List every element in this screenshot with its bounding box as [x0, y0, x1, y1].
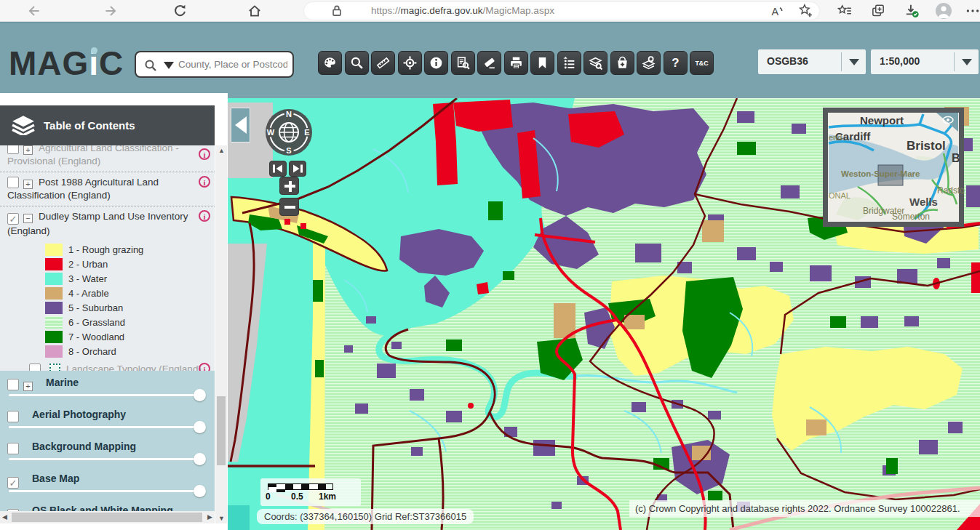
next-extent-button[interactable] [289, 161, 306, 177]
scroll-left-icon[interactable]: ◀ [2, 513, 7, 521]
toc-collapse-tab[interactable] [231, 108, 250, 142]
map-style-palette-button[interactable] [318, 51, 342, 75]
zoom-in-button[interactable] [279, 177, 299, 195]
group-checkbox[interactable] [7, 443, 19, 454]
layer-item-dudley-stamp[interactable]: ✓−Dudley Stamp Land Use Inventory (Engla… [0, 206, 215, 241]
legend-swatch [45, 287, 63, 300]
legend-swatch [45, 258, 63, 270]
svg-text:T&C: T&C [695, 60, 709, 67]
locate-target-button[interactable] [398, 51, 422, 75]
map-canvas[interactable]: N E S W [228, 93, 980, 530]
identify-info-button[interactable] [424, 51, 448, 75]
url-text[interactable]: https://magic.defra.gov.uk/MagicMap.aspx [371, 5, 554, 16]
group-checkbox[interactable] [7, 379, 19, 390]
transparency-slider[interactable] [9, 458, 204, 460]
info-icon[interactable]: i [199, 148, 210, 160]
info-icon[interactable]: i [199, 210, 210, 222]
legend-swatch [45, 345, 63, 358]
toc-horizontal-scrollbar[interactable]: ◀ ▶ [0, 511, 215, 523]
layer-transparency-button[interactable] [637, 51, 661, 75]
group-aerial-photography[interactable]: Aerial Photography [0, 407, 215, 439]
browser-menu-icon[interactable] [965, 3, 980, 19]
search-type-dropdown-icon[interactable] [164, 62, 174, 69]
scale-bar: 0 0.5 1km [260, 478, 361, 506]
overview-map[interactable]: Newport Cardiff Bristol B Weston-Super-M… [823, 108, 964, 227]
slider-handle[interactable] [194, 453, 206, 465]
collections-icon[interactable] [870, 3, 886, 19]
chevron-down-icon [962, 59, 972, 65]
overview-label: Radsto [937, 185, 965, 196]
previous-extent-button[interactable] [269, 161, 287, 177]
help-button[interactable]: ? [664, 51, 688, 75]
group-checkbox[interactable] [7, 411, 19, 422]
transparency-slider[interactable] [9, 490, 204, 492]
svg-text:A: A [771, 6, 778, 17]
legend-item: 3 - Water [45, 272, 215, 286]
overview-label: Bristol [907, 139, 946, 153]
projection-dropdown[interactable]: OSGB36 [758, 49, 866, 74]
search-input[interactable] [178, 55, 287, 73]
refresh-icon[interactable] [172, 3, 188, 19]
group-marine[interactable]: +Marine [0, 375, 215, 407]
home-icon[interactable] [247, 3, 263, 19]
group-os-black-white-mapping[interactable]: ✓OS Black and White Mapping [0, 503, 215, 511]
terms-button[interactable]: T&C [690, 51, 714, 75]
legend-item: 5 - Suburban [45, 301, 215, 316]
bookmark-button[interactable] [530, 51, 554, 75]
profile-avatar[interactable] [936, 3, 952, 19]
toc-vertical-scrollbar[interactable]: ▲ ▼ [215, 145, 227, 523]
query-report-button[interactable] [451, 51, 475, 75]
measure-ruler-button[interactable] [371, 51, 395, 75]
scrollbar-thumb[interactable] [217, 396, 226, 465]
scroll-up-icon[interactable]: ▲ [218, 147, 225, 154]
scroll-right-icon[interactable]: ▶ [207, 513, 212, 521]
expander-icon[interactable]: − [23, 214, 33, 223]
zoom-out-button[interactable] [279, 198, 299, 216]
eraser-button[interactable] [477, 51, 501, 75]
layer-item-landscape-typology[interactable]: Landscape Typology (England) i [0, 361, 215, 371]
scale-value: 1:50,000 [880, 55, 920, 67]
group-base-map[interactable]: ✓Base Map [0, 471, 215, 503]
scroll-down-icon[interactable]: ▼ [218, 515, 225, 522]
back-icon[interactable] [26, 3, 42, 19]
group-background-mapping[interactable]: Background Mapping [0, 439, 215, 471]
basket-add-button[interactable] [610, 51, 634, 75]
compass-north: N [286, 110, 292, 119]
read-aloud-icon[interactable]: A [768, 3, 784, 19]
layer-checkbox[interactable]: ✓ [7, 213, 19, 225]
legend-list-button[interactable] [557, 51, 581, 75]
slider-handle[interactable] [194, 485, 206, 497]
layer-search-button[interactable] [583, 51, 607, 75]
magic-logo: MAGiC [9, 44, 124, 83]
transparency-slider[interactable] [9, 394, 204, 396]
add-favorite-icon[interactable] [797, 3, 813, 19]
zoom-search-button[interactable] [345, 51, 369, 75]
info-icon[interactable]: i [199, 363, 210, 371]
compass-control[interactable]: N E S W [264, 108, 314, 157]
layer-item-alc-provisional[interactable]: +Agricultural Land Classification - Prov… [0, 145, 215, 172]
favorites-bar-icon[interactable] [837, 3, 853, 19]
typology-grid-icon [49, 364, 60, 371]
info-icon[interactable]: i [199, 176, 210, 188]
overview-label: ONAL [829, 191, 850, 200]
expander-icon[interactable]: + [23, 145, 33, 155]
slider-handle[interactable] [194, 389, 206, 401]
layer-checkbox[interactable] [7, 145, 19, 154]
transparency-slider[interactable] [9, 426, 204, 428]
layer-item-post-1988-alc[interactable]: +Post 1988 Agricultural Land Classificat… [0, 172, 215, 206]
print-button[interactable] [504, 51, 528, 75]
scrollbar-thumb[interactable] [12, 513, 202, 522]
legend-item: 7 - Woodland [45, 330, 215, 345]
layer-checkbox[interactable] [7, 177, 19, 188]
downloads-icon[interactable] [904, 3, 920, 19]
expander-icon[interactable]: + [23, 382, 33, 391]
toc-title: Table of Contents [44, 119, 135, 132]
overview-label: Wells [909, 196, 938, 208]
expander-icon[interactable]: + [23, 180, 33, 189]
layer-checkbox[interactable] [29, 364, 41, 371]
slider-handle[interactable] [194, 421, 206, 433]
group-checkbox[interactable]: ✓ [7, 477, 19, 489]
search-box[interactable] [135, 51, 294, 78]
forward-icon[interactable] [103, 3, 119, 19]
scale-dropdown[interactable]: 1:50,000 [871, 49, 979, 74]
